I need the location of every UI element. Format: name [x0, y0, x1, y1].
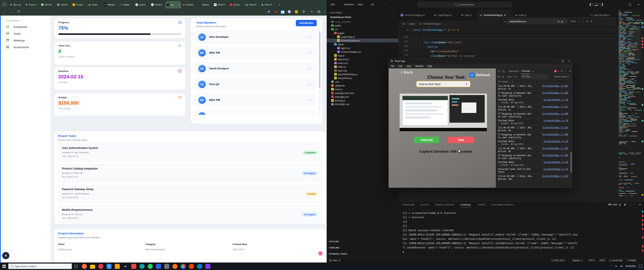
- add-member-button[interactable]: Add Member: [296, 20, 317, 26]
- team-scrollbar-thumb[interactable]: [319, 32, 320, 88]
- console-log-entry[interactable]: Fetched data:▸ {tasks: Array(13)}Screens…: [496, 139, 572, 146]
- file-styles[interactable]: ⌄styles: [327, 42, 398, 46]
- devtools-tab-elements[interactable]: Elements: [509, 68, 519, 74]
- file-logo.svg[interactable]: SVGlogo.svg: [327, 69, 398, 72]
- browser-tab-sql-que[interactable]: ✳SQL que: [8, 2, 24, 8]
- reload-icon[interactable]: [17, 10, 20, 14]
- taskbar-app-vscode[interactable]: [154, 262, 162, 270]
- find-prev-icon[interactable]: ↑: [579, 20, 580, 23]
- find-input[interactable]: selectedSource Aa ab .*: [508, 19, 568, 24]
- task-row-2[interactable]: Product Catalog IntegrationAssigned to: …: [58, 164, 322, 182]
- expand-arrow-icon[interactable]: ▸: [498, 164, 500, 166]
- kill-terminal-icon[interactable]: 🗑: [624, 203, 626, 206]
- browser-tab-small-b[interactable]: ●Small-B: [150, 2, 166, 8]
- back-button[interactable]: < Back: [401, 70, 413, 75]
- file-readme.md[interactable]: M↓README.md: [327, 102, 398, 106]
- browser-tab-react-a[interactable]: ◉React A: [244, 2, 260, 8]
- file-public[interactable]: ›public: [327, 24, 398, 27]
- source-link[interactable]: ScreenshotApp.js:166: [542, 112, 568, 115]
- breadcrumb-item[interactable]: ScreenshotApp.js: [423, 23, 441, 25]
- more-tabs-icon[interactable]: »: [532, 70, 534, 73]
- split-terminal-icon[interactable]: ◫: [619, 203, 621, 206]
- file-index.js[interactable]: JSindex.js: [327, 65, 398, 69]
- clear-console-icon[interactable]: ⊘: [502, 75, 504, 78]
- taskbar-app-orange-app[interactable]: [171, 262, 179, 270]
- expand-arrow-icon[interactable]: ▸: [498, 143, 500, 146]
- react-app-titlebar[interactable]: React App ─ ✕: [389, 58, 572, 64]
- panel-tab-problems[interactable]: PROBLEMS: [402, 204, 415, 206]
- browser-tab--80-wh[interactable]: ☎(80) Wh: [40, 2, 56, 8]
- task-dropdown[interactable]: End-to-End Tests ▼: [416, 81, 470, 87]
- floating-widget-button[interactable]: [318, 251, 322, 255]
- menu-edit[interactable]: Edit: [330, 3, 334, 6]
- breadcrumb-item[interactable]: ...: [444, 23, 446, 25]
- start-button[interactable]: [0, 262, 8, 270]
- app-menu-file[interactable]: File: [389, 65, 396, 68]
- app-maximize-icon[interactable]: [560, 58, 566, 64]
- explorer-actions-icon[interactable]: ···: [392, 11, 395, 14]
- code-line[interactable]: className="button is-success": [430, 54, 476, 58]
- file-.env[interactable]: ⚙.env: [327, 80, 398, 84]
- new-tab-button[interactable]: +: [278, 3, 282, 7]
- status-ln-301-col-1[interactable]: Ln 301, Col 1: [552, 259, 565, 262]
- app-minimize-icon[interactable]: ─: [553, 58, 560, 64]
- file-preload.js[interactable]: JSpreload.js: [327, 99, 398, 102]
- issues-settings-icon[interactable]: [512, 80, 514, 83]
- file-app.js[interactable]: JSApp.js: [327, 54, 398, 57]
- expand-arrow-icon[interactable]: ▸: [498, 122, 500, 125]
- console-log-entry[interactable]: Fetched data:▸ {tasks: Array(13)}Screens…: [496, 98, 572, 105]
- file-login.css[interactable]: csslogin.css: [327, 46, 398, 50]
- devtools-scrollbar[interactable]: [570, 85, 572, 187]
- devtools-settings-icon[interactable]: [560, 70, 563, 73]
- file-package-lock.json[interactable]: npackage-lock.json: [327, 91, 398, 95]
- file-main.js[interactable]: JSmain.js: [327, 87, 398, 91]
- file-setuptests.js[interactable]: JSsetupTests.js: [327, 76, 398, 80]
- menu-view[interactable]: View: [358, 3, 362, 6]
- console-filter-input[interactable]: Filter: [520, 75, 548, 78]
- console-log-entry[interactable]: [11:40:00 AM] Idle: 28s,Active: 2sScreen…: [496, 105, 572, 111]
- app-menu-edit[interactable]: Edit: [396, 65, 404, 68]
- find-in-selection-icon[interactable]: ≡: [586, 20, 588, 23]
- menu-go[interactable]: Go: [371, 3, 374, 6]
- breadcrumb[interactable]: src›pages›JSScreenshotApp.js›...: [402, 23, 446, 25]
- browser-tab-minhaju[interactable]: MMinhaju: [102, 2, 118, 8]
- browser-tab-intervie[interactable]: ◍Intervie: [56, 2, 71, 8]
- console-log-entry[interactable]: Skipping screenshot dueto user inactivit…: [496, 132, 572, 139]
- menu-selection[interactable]: Selection: [344, 3, 354, 6]
- sync-icon[interactable]: [338, 259, 340, 261]
- browser-tab-ostad-[interactable]: ◎Ostad -: [87, 2, 102, 8]
- team-member-row[interactable]: MPMike PM: [195, 47, 316, 59]
- code-line[interactable]: id="screenshotBtn": [430, 49, 459, 54]
- minimap[interactable]: [618, 9, 641, 202]
- taskbar-app-gray-app[interactable]: [162, 262, 171, 270]
- back-icon[interactable]: ←: [3, 10, 6, 13]
- extensions-puzzle-icon[interactable]: [302, 10, 306, 14]
- user-initial-fab[interactable]: N: [2, 252, 9, 259]
- source-link[interactable]: ScreenshotApp.js:163: [542, 105, 568, 108]
- team-member-row[interactable]: MPMike PM: [195, 94, 316, 106]
- ext-bangla-icon[interactable]: [295, 10, 299, 14]
- browser-tab-compre[interactable]: ≡Compre: [71, 2, 87, 8]
- expand-arrow-icon[interactable]: ▸: [498, 101, 500, 104]
- devtools-tab-console[interactable]: Console: [521, 68, 530, 74]
- file-app.test.js[interactable]: ⚗App.test.js: [327, 57, 398, 61]
- panel-more-icon[interactable]: ···: [629, 203, 631, 206]
- file-node_modules[interactable]: ›node_modules: [327, 20, 398, 24]
- ext-d-icon[interactable]: D: [288, 10, 292, 14]
- browser-tab-taskpro[interactable]: ∷Taskpro: [197, 2, 213, 8]
- browser-tab-react-a[interactable]: ◉React A: [260, 2, 276, 8]
- panel-tab-output[interactable]: OUTPUT: [420, 204, 429, 206]
- taskbar-app-chrome[interactable]: [179, 262, 187, 270]
- console-log-entry[interactable]: [11:41:30 AM] Idle: 20s,Active: 10sScree…: [496, 174, 572, 181]
- team-member-row[interactable]: [195, 109, 316, 115]
- console-log-entry[interactable]: Fetched data:▸ {tasks: Array(13)}Screens…: [496, 118, 572, 125]
- tray-expand-icon[interactable]: ⌃: [610, 265, 612, 267]
- source-link[interactable]: ScreenshotApp.js:166: [542, 91, 568, 94]
- source-link[interactable]: ScreenshotApp.js:163: [542, 126, 568, 129]
- taskbar-app-edge[interactable]: [196, 262, 204, 270]
- source-link[interactable]: ScreenshotApp.js:163: [542, 85, 568, 87]
- context-selector[interactable]: top ▾: [508, 75, 512, 78]
- team-member-row[interactable]: TQTom QA: [195, 78, 316, 90]
- taskbar-app-red-app[interactable]: [130, 262, 138, 270]
- source-link[interactable]: ScreenshotApp.js:30: [544, 140, 568, 143]
